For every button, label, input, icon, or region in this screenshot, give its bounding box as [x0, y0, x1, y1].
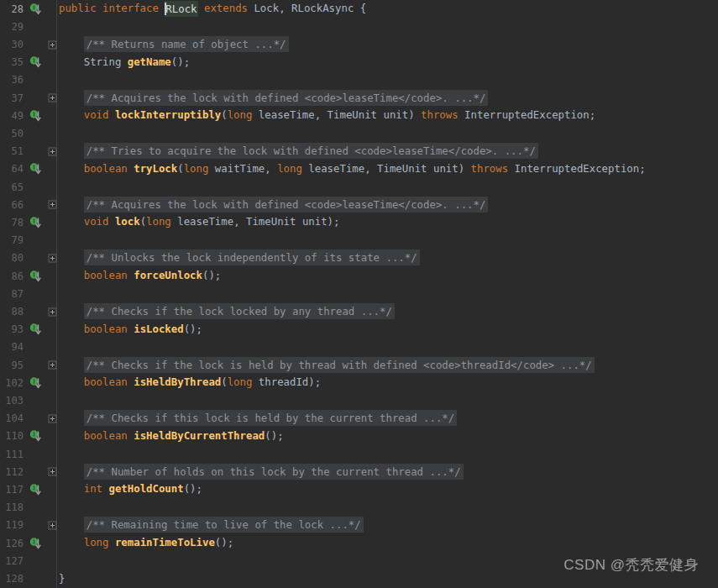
gutter-spacer: [25, 448, 47, 461]
code-text[interactable]: boolean tryLock(long waitTime, long leas…: [58, 160, 646, 178]
code-line-126[interactable]: 126 long remainTimeToLive();: [0, 534, 718, 552]
implemented-marker-icon[interactable]: [25, 483, 47, 496]
code-line-86[interactable]: 86 boolean forceUnlock();: [0, 267, 718, 285]
code-text[interactable]: /** Remaining time to live of the lock .…: [58, 517, 364, 534]
line-number: 88: [0, 306, 25, 318]
code-token: ();: [215, 537, 233, 549]
code-text[interactable]: /** Acquires the lock with defined <code…: [58, 196, 488, 213]
code-text[interactable]: int getHoldCount();: [58, 480, 202, 498]
code-line-49[interactable]: 49 void lockInterruptibly(long leaseTime…: [0, 107, 718, 124]
line-number: 50: [0, 128, 25, 139]
code-text[interactable]: boolean isHeldByCurrentThread();: [58, 428, 284, 445]
code-token: [59, 216, 84, 228]
fold-expand-icon[interactable]: [47, 467, 58, 476]
implemented-marker-icon[interactable]: [25, 376, 47, 390]
line-number: 93: [0, 323, 25, 335]
code-line-110[interactable]: 110 boolean isHeldByCurrentThread();: [0, 428, 718, 445]
fold-expand-icon[interactable]: [47, 200, 58, 209]
code-line-79[interactable]: 79: [0, 232, 718, 249]
gutter-spacer: [25, 465, 47, 479]
code-text[interactable]: boolean isHeldByThread(long threadId);: [58, 374, 321, 391]
code-line-35[interactable]: 35 String getName();: [0, 54, 718, 71]
gutter-spacer: [25, 305, 47, 318]
implemented-marker-icon[interactable]: [25, 323, 47, 336]
fold-expand-icon[interactable]: [47, 254, 58, 263]
code-line-29[interactable]: 29: [0, 18, 718, 35]
code-line-50[interactable]: 50: [0, 124, 718, 142]
code-line-65[interactable]: 65: [0, 178, 718, 196]
fold-expand-icon[interactable]: [47, 93, 58, 102]
code-line-88[interactable]: 88 /** Checks if the lock locked by any …: [0, 302, 718, 320]
line-number: 110: [0, 430, 25, 442]
code-line-64[interactable]: 64 boolean tryLock(long waitTime, long l…: [0, 160, 718, 178]
line-number: 66: [0, 199, 25, 211]
code-text[interactable]: /** Checks if the lock locked by any thr…: [58, 302, 395, 320]
fold-spacer: [47, 486, 58, 495]
implemented-marker-icon[interactable]: [25, 109, 47, 123]
fold-expand-icon[interactable]: [47, 40, 58, 50]
line-number: 80: [0, 252, 25, 264]
code-token: leaseTime, TimeUnit unit);: [171, 216, 340, 228]
code-line-93[interactable]: 93 boolean isLocked();: [0, 321, 718, 339]
line-number: 35: [0, 56, 25, 68]
code-line-118[interactable]: 118: [0, 499, 718, 517]
implemented-marker-icon[interactable]: [25, 3, 47, 16]
fold-spacer: [47, 556, 58, 565]
code-text[interactable]: /** Checks if the lock is held by thread…: [58, 356, 595, 374]
code-line-104[interactable]: 104 /** Checks if this lock is held by t…: [0, 410, 718, 428]
code-line-30[interactable]: 30 /** Returns name of object ...*/: [0, 35, 718, 53]
code-line-94[interactable]: 94: [0, 339, 718, 356]
code-text[interactable]: /** Unlocks the lock independently of it…: [58, 249, 420, 267]
code-line-95[interactable]: 95 /** Checks if the lock is held by thr…: [0, 356, 718, 374]
code-line-80[interactable]: 80 /** Unlocks the lock independently of…: [0, 249, 718, 267]
keyword-token: interface: [102, 3, 159, 14]
code-text[interactable]: String getName();: [58, 54, 190, 71]
gutter-spacer: [25, 394, 47, 407]
code-line-102[interactable]: 102 boolean isHeldByThread(long threadId…: [0, 374, 718, 391]
code-line-103[interactable]: 103: [0, 391, 718, 409]
code-token: [108, 537, 114, 549]
code-line-51[interactable]: 51 /** Tries to acquire the lock with de…: [0, 143, 718, 160]
fold-expand-icon[interactable]: [47, 307, 58, 317]
implemented-marker-icon[interactable]: [25, 270, 47, 283]
gutter-spacer: [25, 287, 47, 301]
implemented-marker-icon[interactable]: [25, 162, 47, 176]
code-text[interactable]: /** Number of holds on this lock by the …: [58, 463, 464, 480]
implemented-marker-icon[interactable]: [25, 216, 47, 229]
code-text[interactable]: /** Checks if this lock is held by the c…: [58, 410, 457, 428]
code-token: String: [59, 56, 128, 68]
code-text[interactable]: /** Tries to acquire the lock with defin…: [58, 143, 538, 160]
code-text[interactable]: boolean isLocked();: [58, 321, 202, 339]
code-line-37[interactable]: 37 /** Acquires the lock with defined <c…: [0, 89, 718, 107]
fold-expand-icon[interactable]: [47, 147, 58, 156]
gutter-spacer: [25, 554, 47, 568]
code-line-112[interactable]: 112 /** Number of holds on this lock by …: [0, 463, 718, 480]
fold-expand-icon[interactable]: [47, 521, 58, 530]
code-line-119[interactable]: 119 /** Remaining time to live of the lo…: [0, 517, 718, 534]
code-line-117[interactable]: 117 int getHoldCount();: [0, 480, 718, 498]
code-text[interactable]: boolean forceUnlock();: [58, 267, 221, 285]
line-number: 112: [0, 466, 25, 478]
fold-expand-icon[interactable]: [47, 414, 58, 423]
code-line-78[interactable]: 78 void lock(long leaseTime, TimeUnit un…: [0, 213, 718, 231]
implemented-marker-icon[interactable]: [25, 55, 47, 69]
code-token: [59, 483, 84, 495]
code-line-36[interactable]: 36: [0, 71, 718, 89]
code-text[interactable]: /** Acquires the lock with defined <code…: [58, 89, 488, 107]
code-token: }: [59, 573, 65, 585]
code-text[interactable]: void lockInterruptibly(long leaseTime, T…: [58, 107, 595, 124]
code-line-87[interactable]: 87: [0, 285, 718, 302]
code-text[interactable]: public interface RLock extends Lock, RLo…: [58, 0, 366, 18]
code-line-66[interactable]: 66 /** Acquires the lock with defined <c…: [0, 196, 718, 213]
code-token: [59, 537, 84, 549]
fold-expand-icon[interactable]: [47, 360, 58, 370]
code-text[interactable]: }: [58, 570, 65, 588]
code-line-28[interactable]: 28 public interface RLock extends Lock, …: [0, 0, 718, 18]
code-token: (: [177, 163, 183, 175]
code-line-111[interactable]: 111: [0, 445, 718, 463]
code-text[interactable]: void lock(long leaseTime, TimeUnit unit)…: [58, 213, 339, 231]
implemented-marker-icon[interactable]: [25, 537, 47, 550]
implemented-marker-icon[interactable]: [25, 429, 47, 443]
code-text[interactable]: long remainTimeToLive();: [58, 534, 233, 552]
code-text[interactable]: /** Returns name of object ...*/: [58, 35, 289, 53]
